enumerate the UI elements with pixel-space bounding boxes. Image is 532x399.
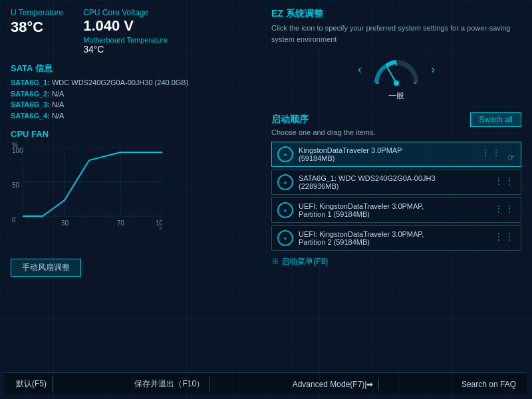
boot-header: 启动顺序 Switch all — [271, 112, 521, 127]
boot-item-3-dots: ⋮⋮ — [494, 203, 515, 214]
search-faq-button[interactable]: Search on FAQ — [456, 378, 521, 390]
save-exit-label: 保存并退出（F10） — [134, 379, 204, 388]
sata-item-3: SATA6G_3: N/A — [11, 99, 261, 110]
speedometer-container: ‹ › — [271, 51, 521, 88]
switch-all-button[interactable]: Switch all — [470, 112, 521, 127]
boot-item-2-icon — [277, 174, 293, 190]
advanced-mode-button[interactable]: Advanced Mode(F7)|➡ — [287, 378, 380, 390]
right-panel: EZ 系统调整 Click the icon to specify your p… — [266, 5, 527, 372]
boot-item-3-text: UEFI: KingstonDataTraveler 3.0PMAP,Parti… — [299, 202, 515, 218]
cpu-temp-value: 38°C — [11, 19, 63, 36]
boot-item-1-icon — [277, 146, 293, 162]
boot-desc: Choose one and drag the items. — [271, 128, 521, 136]
boot-item-4-dots: ⋮⋮ — [494, 231, 515, 242]
fan-y-100: 100 — [12, 147, 23, 154]
drag-cursor-icon: ☞ — [507, 152, 515, 162]
ez-section: EZ 系统调整 Click the icon to specify your p… — [271, 8, 521, 102]
search-faq-label: Search on FAQ — [462, 380, 516, 389]
fan-y-0: 0 — [12, 216, 16, 223]
ez-desc: Click the icon to specify your preferred… — [271, 23, 521, 45]
fan-title: CPU FAN — [11, 129, 261, 139]
sata-item-1: SATA6G_1: WDC WDS240G2G0A-00JH30 (240.0G… — [11, 77, 261, 88]
svg-text:70: 70 — [117, 219, 125, 227]
svg-line-11 — [386, 66, 396, 83]
left-panel: U Temperature 38°C CPU Core Voltage 1.04… — [5, 5, 266, 372]
temp-voltage-section: U Temperature 38°C CPU Core Voltage 1.04… — [11, 8, 261, 55]
default-f5-button[interactable]: 默认(F5) — [11, 377, 53, 391]
svg-text:30: 30 — [61, 219, 69, 227]
speedo-right-arrow[interactable]: › — [431, 63, 435, 76]
boot-item-3-icon — [277, 202, 293, 218]
boot-item-4-icon — [277, 230, 293, 246]
mb-temp-value: 34°C — [83, 44, 168, 55]
fan-y-50: 50 — [12, 182, 19, 189]
ez-title: EZ 系统调整 — [271, 8, 521, 20]
svg-point-12 — [394, 80, 399, 86]
voltage-value: 1.040 V — [83, 17, 168, 35]
voltage-label: CPU Core Voltage — [83, 8, 168, 17]
boot-item-4[interactable]: UEFI: KingstonDataTraveler 3.0PMAP,Parti… — [271, 225, 521, 251]
boot-menu-link[interactable]: ※ 启动菜单(F8) — [271, 256, 521, 267]
speedo-left-arrow[interactable]: ‹ — [358, 63, 362, 76]
advanced-mode-label: Advanced Mode(F7)|➡ — [293, 380, 374, 389]
boot-title: 启动顺序 — [271, 114, 309, 126]
speedometer-svg — [370, 51, 423, 88]
sata-item-4: SATA6G_4: N/A — [11, 110, 261, 122]
sata-item-2: SATA6G_2: N/A — [11, 88, 261, 100]
boot-item-4-text: UEFI: KingstonDataTraveler 3.0PMAP,Parti… — [299, 230, 515, 246]
boot-item-1[interactable]: KingstonDataTraveler 3.0PMAP(59184MB) ☞ … — [271, 142, 521, 167]
sata-title: SATA 信息 — [11, 63, 261, 74]
boot-item-2-dots: ⋮⋮ — [494, 176, 515, 186]
save-exit-button[interactable]: 保存并退出（F10） — [129, 377, 210, 391]
sata-section: SATA 信息 SATA6G_1: WDC WDS240G2G0A-00JH30… — [11, 63, 261, 121]
boot-item-2[interactable]: SATA6G_1: WDC WDS240G2G0A-00JH3(228936MB… — [271, 170, 521, 195]
boot-item-3[interactable]: UEFI: KingstonDataTraveler 3.0PMAP,Parti… — [271, 198, 521, 223]
boot-item-1-dots: ⋮⋮ — [481, 148, 502, 158]
fan-adjust-button[interactable]: 手动风扇调整 — [11, 259, 81, 277]
bottom-bar: 默认(F5) 保存并退出（F10） Advanced Mode(F7)|➡ Se… — [5, 372, 527, 394]
speedo-label: 一般 — [271, 90, 521, 102]
cpu-temp-block: U Temperature 38°C — [11, 8, 63, 55]
mb-temp-label: Motherboard Temperature — [83, 36, 168, 44]
svg-text:°C: °C — [159, 226, 162, 233]
cpu-temp-label: U Temperature — [11, 8, 63, 17]
default-f5-label: 默认(F5) — [16, 379, 47, 388]
fan-chart-svg: 30 70 100 °C — [23, 147, 162, 233]
voltage-block: CPU Core Voltage 1.040 V Motherboard Tem… — [83, 8, 168, 55]
boot-section: 启动顺序 Switch all Choose one and drag the … — [271, 112, 521, 267]
fan-section: CPU FAN % 100 50 0 — [11, 129, 261, 277]
boot-item-2-text: SATA6G_1: WDC WDS240G2G0A-00JH3(228936MB… — [299, 174, 515, 190]
